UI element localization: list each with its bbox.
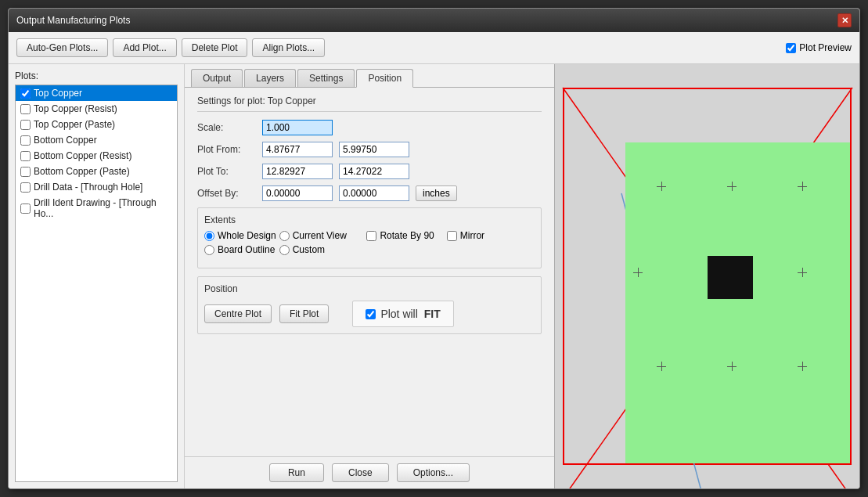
plot-name-bottom-copper-paste: Bottom Copper (Paste): [34, 166, 130, 177]
plot-will-box: Plot will FIT: [352, 301, 453, 327]
crosshair-3: [798, 182, 807, 191]
plot-item-drill-ident[interactable]: Drill Ident Drawing - [Through Ho...: [16, 195, 177, 221]
current-view-radio-label[interactable]: Current View: [279, 230, 351, 241]
mirror-text: Mirror: [460, 230, 484, 241]
plot-from-x-input[interactable]: [262, 142, 333, 157]
plot-checkbox-bottom-copper[interactable]: [20, 135, 31, 146]
footer: Run Close Options...: [185, 456, 554, 488]
plot-preview-label: Plot Preview: [799, 42, 852, 53]
plot-to-x-input[interactable]: [262, 164, 333, 179]
plot-checkbox-drill-data[interactable]: [20, 182, 31, 193]
plot-to-label: Plot To:: [197, 166, 256, 177]
plot-name-top-copper-resist: Top Copper (Resist): [34, 103, 117, 114]
crosshair-4: [633, 268, 643, 277]
position-group-title: Position: [204, 283, 535, 294]
scale-label: Scale:: [197, 122, 256, 133]
plot-preview-checkbox-label[interactable]: Plot Preview: [786, 42, 852, 53]
plot-from-label: Plot From:: [197, 144, 256, 155]
main-window: Output Manufacturing Plots ✕ Auto-Gen Pl…: [8, 8, 860, 489]
offset-by-x-input[interactable]: [262, 185, 333, 201]
plot-name-bottom-copper: Bottom Copper: [34, 135, 97, 146]
plot-to-y-input[interactable]: [339, 164, 409, 179]
crosshair-1: [657, 182, 666, 191]
window-title: Output Manufacturing Plots: [16, 15, 130, 26]
tab-output[interactable]: Output: [191, 69, 243, 87]
plot-from-row: Plot From:: [197, 142, 542, 157]
position-buttons-row: Centre Plot Fit Plot Plot will FIT: [204, 301, 535, 327]
plot-item-top-copper[interactable]: Top Copper: [16, 85, 177, 101]
current-view-radio[interactable]: [279, 231, 290, 241]
close-button-footer[interactable]: Close: [332, 463, 389, 482]
preview-panel: [554, 64, 859, 488]
custom-radio-label[interactable]: Custom: [279, 244, 351, 255]
black-square: [708, 256, 753, 299]
plot-checkbox-top-copper-resist[interactable]: [20, 104, 31, 114]
current-view-label: Current View: [293, 230, 347, 241]
plot-item-top-copper-resist[interactable]: Top Copper (Resist): [16, 101, 177, 117]
plot-name-drill-data: Drill Data - [Through Hole]: [34, 182, 142, 193]
scale-input[interactable]: [262, 120, 333, 135]
toolbar: Auto-Gen Plots... Add Plot... Delete Plo…: [9, 32, 859, 64]
plots-label: Plots:: [15, 70, 178, 81]
rotate-by-90-checkbox[interactable]: [366, 231, 376, 241]
rotate-by-90-text: Rotate By 90: [380, 230, 434, 241]
board-outline-label: Board Outline: [218, 244, 275, 255]
plot-item-bottom-copper-resist[interactable]: Bottom Copper (Resist): [16, 148, 177, 164]
plot-name-top-copper-paste: Top Copper (Paste): [34, 119, 115, 130]
close-button[interactable]: ✕: [837, 13, 852, 27]
rotate-by-90-label[interactable]: Rotate By 90: [366, 230, 434, 241]
crosshair-6: [657, 362, 666, 371]
auto-gen-plots-button[interactable]: Auto-Gen Plots...: [16, 38, 108, 57]
tab-layers[interactable]: Layers: [244, 69, 296, 87]
plot-item-drill-data[interactable]: Drill Data - [Through Hole]: [16, 179, 177, 195]
plot-name-drill-ident: Drill Ident Drawing - [Through Ho...: [34, 197, 172, 219]
board-outline-radio[interactable]: [204, 245, 214, 255]
custom-radio[interactable]: [279, 245, 290, 255]
left-panel: Plots: Top Copper Top Copper (Resist) To…: [9, 64, 185, 488]
centre-plot-button[interactable]: Centre Plot: [204, 304, 272, 323]
plot-checkbox-bottom-copper-resist[interactable]: [20, 151, 31, 161]
preview-canvas: [555, 64, 859, 488]
crosshair-8: [798, 362, 807, 371]
crosshair-7: [727, 362, 737, 371]
run-button[interactable]: Run: [269, 463, 324, 482]
add-plot-button[interactable]: Add Plot...: [113, 38, 176, 57]
mirror-checkbox[interactable]: [447, 231, 457, 241]
plot-will-fit-checkbox[interactable]: [366, 309, 376, 319]
options-button[interactable]: Options...: [397, 463, 470, 482]
position-group: Position Centre Plot Fit Plot Plot will …: [197, 276, 542, 334]
mirror-label[interactable]: Mirror: [447, 230, 484, 241]
plot-checkbox-top-copper-paste[interactable]: [20, 120, 31, 130]
tab-bar: Output Layers Settings Position: [185, 64, 554, 88]
plot-to-row: Plot To:: [197, 164, 542, 179]
plot-checkbox-bottom-copper-paste[interactable]: [20, 167, 31, 177]
board-outline-radio-label[interactable]: Board Outline: [204, 244, 276, 255]
tab-position[interactable]: Position: [356, 69, 413, 88]
delete-plot-button[interactable]: Delete Plot: [182, 38, 248, 57]
plot-item-bottom-copper-paste[interactable]: Bottom Copper (Paste): [16, 164, 177, 179]
custom-label: Custom: [293, 244, 325, 255]
rotate-mirror-row: Rotate By 90 Mirror: [366, 230, 484, 241]
plot-checkbox-drill-ident[interactable]: [20, 203, 31, 214]
extents-legend: Extents: [204, 214, 535, 225]
plot-item-bottom-copper[interactable]: Bottom Copper: [16, 132, 177, 148]
plot-name-top-copper: Top Copper: [34, 88, 82, 99]
offset-by-y-input[interactable]: [339, 185, 409, 201]
plot-preview-checkbox[interactable]: [786, 43, 796, 53]
extents-group: Extents Whole Design Current View: [197, 207, 542, 268]
whole-design-label: Whole Design: [218, 230, 276, 241]
inches-button[interactable]: inches: [416, 185, 457, 201]
align-plots-button[interactable]: Align Plots...: [252, 38, 325, 57]
plot-from-y-input[interactable]: [339, 142, 409, 157]
offset-by-label: Offset By:: [197, 188, 256, 199]
tab-settings[interactable]: Settings: [297, 69, 355, 87]
whole-design-radio-label[interactable]: Whole Design: [204, 230, 276, 241]
plot-will-fit-text: Plot will FIT: [380, 308, 440, 320]
fit-plot-button[interactable]: Fit Plot: [279, 304, 329, 323]
whole-design-radio[interactable]: [204, 231, 214, 241]
plot-item-top-copper-paste[interactable]: Top Copper (Paste): [16, 117, 177, 132]
crosshair-2: [727, 182, 737, 191]
tab-content-position: Settings for plot: Top Copper Scale: Plo…: [185, 88, 554, 456]
scale-row: Scale:: [197, 120, 542, 135]
plot-checkbox-top-copper[interactable]: [20, 88, 31, 99]
